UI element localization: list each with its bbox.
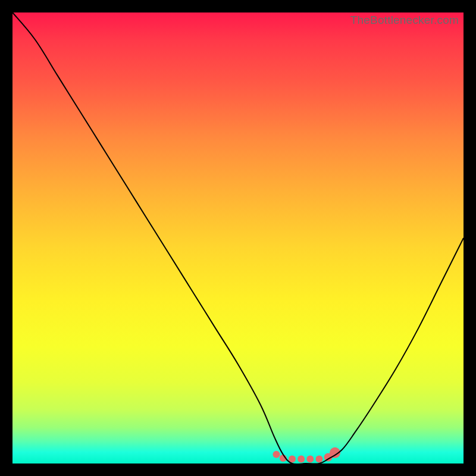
optimal-marker <box>298 455 305 462</box>
chart-svg <box>12 12 464 464</box>
optimal-marker <box>315 455 322 462</box>
watermark-label: TheBottlenecker.com <box>350 14 459 27</box>
plot-area: TheBottlenecker.com <box>12 12 464 464</box>
chart-frame: TheBottlenecker.com <box>12 12 464 464</box>
bottleneck-curve <box>12 12 464 464</box>
optimal-marker <box>273 451 280 458</box>
optimal-marker <box>306 455 314 462</box>
